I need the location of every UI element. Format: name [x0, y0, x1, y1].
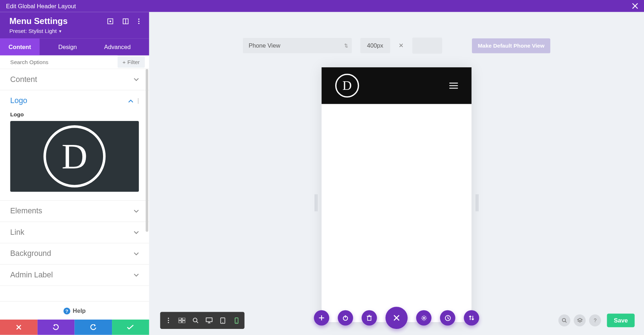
svg-point-1 — [109, 20, 111, 22]
tab-design[interactable]: Design — [40, 38, 96, 55]
section-content[interactable]: Content — [0, 69, 149, 91]
columns-icon[interactable] — [123, 18, 129, 24]
preview-canvas: Phone View ✕ Make Default Phone View D — [149, 12, 644, 335]
power-button[interactable] — [338, 310, 353, 326]
preset-selector[interactable]: Preset: Stylist Light ▼ — [9, 28, 140, 34]
settings-button[interactable] — [416, 310, 431, 326]
section-background[interactable]: Background — [0, 243, 149, 265]
settings-sidebar: Menu Settings Preset: Stylist Light ▼ Co… — [0, 12, 149, 335]
scrollbar[interactable] — [146, 69, 148, 301]
more-icon[interactable] — [138, 98, 139, 103]
filter-button[interactable]: + Filter — [117, 56, 145, 68]
chevron-down-icon — [134, 252, 139, 256]
responsive-icon[interactable] — [107, 18, 113, 24]
tab-advanced[interactable]: Advanced — [96, 38, 139, 55]
svg-rect-13 — [179, 318, 181, 320]
viewport-controls: Phone View ✕ Make Default Phone View — [149, 38, 644, 54]
viewport-mode-select[interactable]: Phone View — [243, 38, 352, 53]
section-title: Content — [10, 75, 37, 84]
svg-point-7 — [138, 98, 139, 99]
sidebar-header: Menu Settings Preset: Stylist Light ▼ — [0, 12, 149, 38]
chevron-down-icon — [134, 209, 139, 213]
make-default-button[interactable]: Make Default Phone View — [472, 38, 551, 53]
chevron-down-icon — [134, 231, 139, 234]
logo-image-preview[interactable]: D — [10, 121, 139, 192]
search-options-input[interactable] — [0, 55, 117, 69]
svg-point-10 — [168, 318, 169, 319]
tablet-icon[interactable] — [216, 315, 229, 326]
svg-point-6 — [138, 23, 140, 24]
section-logo-header[interactable]: Logo — [0, 90, 149, 111]
svg-rect-16 — [182, 321, 185, 323]
history-button[interactable] — [440, 310, 455, 326]
section-link[interactable]: Link — [0, 222, 149, 243]
logo-icon: D — [43, 125, 106, 188]
trash-button[interactable] — [362, 310, 377, 326]
svg-rect-14 — [182, 318, 185, 320]
action-bar — [0, 320, 149, 335]
layers-util-icon[interactable] — [574, 315, 586, 326]
section-title: Admin Label — [10, 271, 53, 280]
chevron-down-icon: ▼ — [58, 29, 62, 34]
zoom-icon[interactable] — [189, 315, 202, 326]
section-logo: Logo Logo D — [0, 90, 149, 200]
settings-panel: Content Logo Logo D Elements Link — [0, 69, 149, 301]
svg-point-33 — [562, 319, 566, 322]
resize-handle-right[interactable] — [476, 194, 478, 212]
add-button[interactable] — [314, 310, 329, 326]
sort-button[interactable] — [464, 310, 479, 326]
resize-handle-left[interactable] — [315, 194, 317, 212]
redo-button[interactable] — [74, 320, 112, 335]
search-util-icon[interactable] — [558, 315, 570, 326]
title-bar-label: Edit Global Header Layout — [6, 3, 76, 9]
close-icon[interactable] — [632, 3, 638, 9]
title-bar: Edit Global Header Layout — [0, 0, 644, 12]
viewport-width-input[interactable] — [360, 38, 390, 53]
viewport-height-input[interactable] — [412, 38, 442, 54]
svg-line-34 — [565, 321, 567, 323]
svg-rect-19 — [206, 318, 212, 322]
section-elements[interactable]: Elements — [0, 201, 149, 222]
svg-point-8 — [138, 100, 139, 101]
utility-row: ? Save — [558, 314, 635, 327]
svg-point-12 — [168, 322, 169, 323]
desktop-icon[interactable] — [203, 315, 216, 326]
wireframe-icon[interactable] — [175, 315, 188, 326]
svg-point-17 — [193, 318, 197, 322]
settings-tabs: Content Design Advanced — [0, 38, 149, 55]
section-title: Background — [10, 249, 51, 258]
section-title: Link — [10, 228, 24, 237]
svg-point-5 — [138, 20, 140, 22]
svg-point-31 — [423, 317, 425, 319]
svg-point-4 — [138, 18, 140, 20]
section-title: Elements — [10, 207, 42, 215]
logo-icon: D — [335, 74, 359, 98]
more-icon[interactable] — [138, 18, 140, 24]
help-link[interactable]: ?Help — [0, 301, 149, 320]
svg-point-25 — [236, 322, 237, 323]
hamburger-menu-icon[interactable] — [449, 83, 458, 89]
device-toolbox — [160, 312, 245, 329]
tab-content[interactable]: Content — [0, 38, 40, 55]
svg-rect-28 — [367, 317, 371, 321]
close-builder-button[interactable] — [385, 307, 408, 329]
svg-point-11 — [168, 320, 169, 321]
help-util-icon[interactable]: ? — [589, 315, 601, 326]
chevron-up-icon — [128, 99, 133, 103]
save-button[interactable]: Save — [607, 314, 635, 327]
help-icon: ? — [63, 308, 70, 315]
chevron-down-icon — [134, 273, 139, 277]
svg-rect-15 — [179, 321, 181, 323]
toolbox-more-icon[interactable] — [162, 315, 175, 326]
section-admin-label[interactable]: Admin Label — [0, 264, 149, 286]
svg-point-23 — [223, 322, 223, 323]
cancel-button[interactable] — [0, 320, 37, 335]
plus-icon: + — [122, 59, 126, 65]
logo-field-label: Logo — [10, 111, 139, 118]
undo-button[interactable] — [37, 320, 74, 335]
phone-icon[interactable] — [230, 315, 243, 326]
filter-label: Filter — [127, 59, 140, 65]
confirm-button[interactable] — [112, 320, 149, 335]
multiply-icon: ✕ — [399, 42, 404, 49]
section-title: Logo — [10, 96, 28, 105]
